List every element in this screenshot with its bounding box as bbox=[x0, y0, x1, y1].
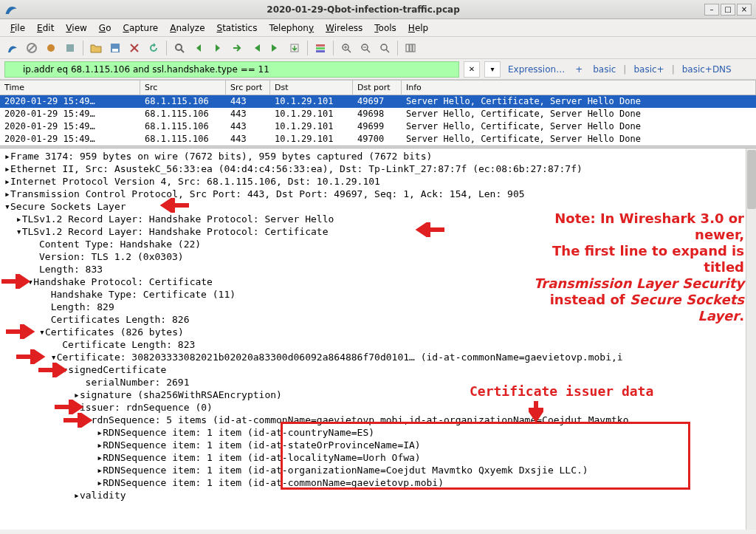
tree-certs-len[interactable]: Certificates Length: 826 bbox=[0, 313, 756, 326]
packet-row[interactable]: 2020-01-29 15:49…68.1.115.10644310.1.29.… bbox=[0, 108, 756, 120]
tree-tls-hello[interactable]: ▸TLSv1.2 Record Layer: Handshake Protoco… bbox=[0, 213, 756, 225]
tree-handshake-cert[interactable]: ▾Handshake Protocol: Certificate bbox=[0, 275, 756, 288]
packet-details-pane[interactable]: ▸Frame 3174: 959 bytes on wire (7672 bit… bbox=[0, 148, 756, 530]
tree-hs-type[interactable]: Handshake Type: Certificate (11) bbox=[0, 288, 756, 301]
svg-point-2 bbox=[47, 44, 55, 52]
scrollbar-thumb[interactable] bbox=[747, 150, 756, 209]
packet-row[interactable]: 2020-01-29 15:49…68.1.115.10644310.1.29.… bbox=[0, 95, 756, 108]
menu-capture[interactable]: Capture bbox=[118, 21, 162, 35]
tree-frame[interactable]: ▸Frame 3174: 959 bytes on wire (7672 bit… bbox=[0, 150, 756, 162]
tree-signature[interactable]: ▸signature (sha256WithRSAEncryption) bbox=[0, 388, 756, 401]
main-toolbar bbox=[0, 37, 756, 59]
tree-rdn-locality[interactable]: ▸RDNSequence item: 1 item (id-at-localit… bbox=[0, 451, 756, 464]
svg-rect-11 bbox=[316, 44, 325, 47]
save-file-button[interactable] bbox=[107, 40, 123, 56]
auto-scroll-button[interactable] bbox=[286, 40, 303, 56]
tree-ip[interactable]: ▸Internet Protocol Version 4, Src: 68.1.… bbox=[0, 175, 756, 188]
menubar: File Edit View Go Capture Analyze Statis… bbox=[0, 19, 756, 37]
svg-line-1 bbox=[29, 45, 35, 51]
tree-content-type[interactable]: Content Type: Handshake (22) bbox=[0, 238, 756, 250]
svg-point-21 bbox=[381, 44, 387, 50]
tree-rdn-state[interactable]: ▸RDNSequence item: 1 item (id-at-stateOr… bbox=[0, 439, 756, 451]
packet-list-body[interactable]: 2020-01-29 15:49…68.1.115.10644310.1.29.… bbox=[0, 95, 756, 146]
svg-line-22 bbox=[386, 49, 389, 52]
tree-rdn-org[interactable]: ▸RDNSequence item: 1 item (id-at-organiz… bbox=[0, 464, 756, 476]
filter-dropdown-button[interactable]: ▾ bbox=[484, 61, 501, 78]
tree-serial[interactable]: serialNumber: 2691 bbox=[0, 376, 756, 388]
menu-view[interactable]: View bbox=[61, 21, 91, 35]
menu-statistics[interactable]: Statistics bbox=[213, 21, 262, 35]
menu-go[interactable]: Go bbox=[94, 21, 116, 35]
go-last-button[interactable] bbox=[267, 40, 284, 56]
close-file-button[interactable] bbox=[126, 40, 142, 56]
window-close-button[interactable]: × bbox=[737, 4, 752, 16]
column-header-time[interactable]: Time bbox=[0, 81, 140, 95]
column-header-dst[interactable]: Dst bbox=[270, 81, 353, 95]
tree-version[interactable]: Version: TLS 1.2 (0x0303) bbox=[0, 250, 756, 263]
menu-edit[interactable]: Edit bbox=[32, 21, 58, 35]
tree-ssl[interactable]: ▾Secure Sockets Layer bbox=[0, 200, 756, 213]
go-to-packet-button[interactable] bbox=[229, 40, 245, 56]
zoom-out-button[interactable] bbox=[357, 40, 374, 56]
capture-options-button[interactable] bbox=[62, 40, 78, 56]
colorize-button[interactable] bbox=[312, 40, 329, 56]
menu-file[interactable]: File bbox=[6, 21, 30, 35]
tree-tls-cert[interactable]: ▾TLSv1.2 Record Layer: Handshake Protoco… bbox=[0, 225, 756, 238]
packet-list-header[interactable]: Time Src Src port Dst Dst port Info bbox=[0, 81, 756, 95]
menu-telephony[interactable]: Telephony bbox=[264, 21, 318, 35]
svg-rect-5 bbox=[112, 49, 118, 52]
menu-help[interactable]: Help bbox=[404, 21, 433, 35]
go-back-button[interactable] bbox=[190, 40, 207, 56]
go-first-button[interactable] bbox=[248, 40, 264, 56]
tree-hs-len[interactable]: Length: 829 bbox=[0, 301, 756, 313]
svg-line-19 bbox=[367, 49, 370, 52]
find-button[interactable] bbox=[171, 40, 188, 56]
reload-button[interactable] bbox=[145, 40, 162, 56]
start-capture-button[interactable] bbox=[4, 40, 21, 56]
window-titlebar: 2020-01-29-Qbot-infection-traffic.pcap –… bbox=[0, 0, 756, 19]
tree-cert-len[interactable]: Certificate Length: 823 bbox=[0, 338, 756, 351]
filter-preset-basic[interactable]: basic bbox=[590, 64, 619, 75]
column-header-info[interactable]: Info bbox=[402, 81, 756, 95]
tree-length[interactable]: Length: 833 bbox=[0, 263, 756, 275]
menu-wireless[interactable]: Wireless bbox=[321, 21, 367, 35]
window-title: 2020-01-29-Qbot-infection-traffic.pcap bbox=[22, 4, 704, 15]
tree-cert-raw[interactable]: ▾Certificate: 308203333082021b02020a8330… bbox=[0, 351, 756, 363]
column-header-sport[interactable]: Src port bbox=[226, 81, 270, 95]
tree-validity[interactable]: ▸validity bbox=[0, 489, 756, 502]
tree-signed-cert[interactable]: ▾signedCertificate bbox=[0, 363, 756, 376]
window-maximize-button[interactable]: □ bbox=[721, 4, 735, 16]
go-forward-button[interactable] bbox=[210, 40, 226, 56]
tree-tcp[interactable]: ▸Transmission Control Protocol, Src Port… bbox=[0, 188, 756, 200]
resize-columns-button[interactable] bbox=[402, 40, 419, 56]
open-file-button[interactable] bbox=[88, 40, 104, 56]
restart-capture-button[interactable] bbox=[43, 40, 59, 56]
packet-list-pane: Time Src Src port Dst Dst port Info 2020… bbox=[0, 80, 756, 146]
packet-row[interactable]: 2020-01-29 15:49…68.1.115.10644310.1.29.… bbox=[0, 120, 756, 133]
add-filter-button[interactable]: + bbox=[572, 64, 585, 75]
svg-line-9 bbox=[181, 49, 184, 52]
menu-tools[interactable]: Tools bbox=[370, 21, 401, 35]
zoom-in-button[interactable] bbox=[338, 40, 354, 56]
tree-rdnseq[interactable]: ▾rdnSequence: 5 items (id-at-commonName=… bbox=[0, 414, 756, 426]
column-header-dport[interactable]: Dst port bbox=[353, 81, 402, 95]
filter-preset-basicplus[interactable]: basic+ bbox=[630, 64, 667, 75]
tree-ethernet[interactable]: ▸Ethernet II, Src: AsustekC_56:33:ea (04… bbox=[0, 162, 756, 175]
menu-analyze[interactable]: Analyze bbox=[165, 21, 209, 35]
display-filter-input[interactable] bbox=[4, 61, 459, 78]
zoom-reset-button[interactable] bbox=[377, 40, 393, 56]
wireshark-icon bbox=[4, 3, 18, 16]
filter-preset-basicdns[interactable]: basic+DNS bbox=[679, 64, 735, 75]
column-header-src[interactable]: Src bbox=[140, 81, 226, 95]
tree-certificates[interactable]: ▾Certificates (826 bytes) bbox=[0, 326, 756, 338]
svg-line-15 bbox=[348, 49, 351, 52]
stop-capture-button[interactable] bbox=[24, 40, 40, 56]
packet-row[interactable]: 2020-01-29 15:49…68.1.115.10644310.1.29.… bbox=[0, 133, 756, 146]
window-minimize-button[interactable]: – bbox=[704, 4, 719, 16]
tree-rdn-country[interactable]: ▸RDNSequence item: 1 item (id-at-country… bbox=[0, 426, 756, 439]
details-scrollbar[interactable] bbox=[746, 148, 756, 530]
tree-issuer[interactable]: ▾issuer: rdnSequence (0) bbox=[0, 401, 756, 414]
expression-button[interactable]: Expression… bbox=[505, 64, 568, 75]
tree-rdn-cn[interactable]: ▸RDNSequence item: 1 item (id-at-commonN… bbox=[0, 476, 756, 489]
filter-clear-button[interactable]: ✕ bbox=[464, 61, 480, 78]
